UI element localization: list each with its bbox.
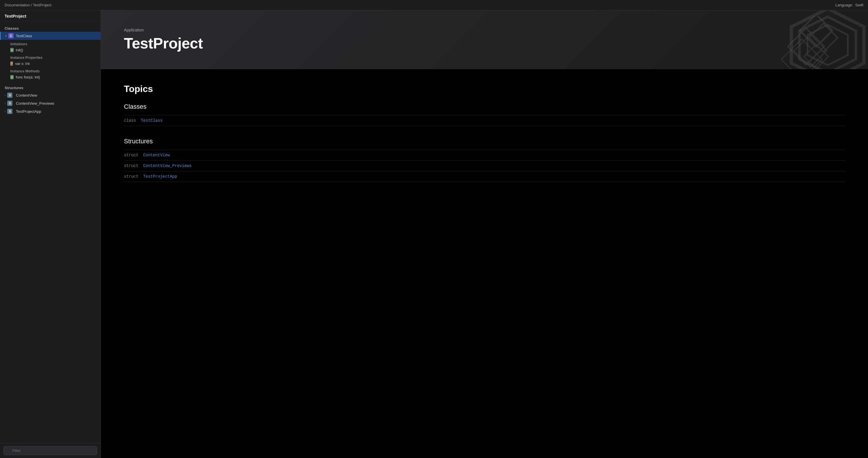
svg-rect-4 bbox=[781, 39, 822, 69]
svg-rect-2 bbox=[787, 28, 824, 65]
struct-testprojectapp-link[interactable]: TestProjectApp bbox=[143, 174, 177, 179]
sidebar: TestProject Classes ▾ C TestClass Initia… bbox=[0, 10, 101, 458]
sidebar-content: Classes ▾ C TestClass Initializers M ini… bbox=[0, 21, 100, 443]
sidebar-item-init[interactable]: M init() bbox=[0, 47, 100, 53]
filter-wrapper: ≡ bbox=[3, 446, 97, 455]
filter-input[interactable] bbox=[3, 446, 97, 455]
topic-section-structures: Structures struct ContentView struct Con… bbox=[124, 138, 845, 182]
hero-title: TestProject bbox=[124, 35, 845, 52]
top-bar: Documentation / TestProject Language: Sw… bbox=[0, 0, 868, 10]
var-x-badge: P bbox=[10, 61, 13, 66]
topics-heading: Topics bbox=[124, 84, 845, 94]
sidebar-item-testprojectapp[interactable]: › S TestProjectApp bbox=[0, 107, 100, 115]
svg-rect-1 bbox=[809, 24, 838, 52]
sidebar-classes-section: Classes bbox=[0, 23, 100, 32]
chevron-right-icon-contentview: › bbox=[5, 94, 5, 97]
chevron-right-icon-contentview-previews: › bbox=[5, 102, 5, 105]
hero-subtitle: Application bbox=[124, 28, 845, 32]
svg-rect-5 bbox=[804, 45, 829, 69]
struct-testprojectapp-prefix: struct bbox=[124, 174, 138, 179]
sidebar-structures-section: Structures bbox=[0, 83, 100, 91]
struct-contentview-link[interactable]: ContentView bbox=[143, 153, 170, 158]
svg-rect-0 bbox=[800, 16, 832, 47]
contentview-previews-badge: S bbox=[7, 101, 12, 106]
sidebar-instance-methods-section: Instance Methods bbox=[0, 67, 100, 74]
topic-classes-heading: Classes bbox=[124, 103, 845, 111]
content-body: Topics Classes class TestClass Structure… bbox=[101, 69, 868, 208]
init-badge: M bbox=[10, 48, 13, 52]
testprojectapp-badge: S bbox=[7, 109, 12, 114]
topic-section-classes: Classes class TestClass bbox=[124, 103, 845, 126]
main-layout: TestProject Classes ▾ C TestClass Initia… bbox=[0, 10, 868, 458]
sidebar-title: TestProject bbox=[0, 10, 100, 21]
breadcrumb: Documentation / TestProject bbox=[5, 3, 51, 7]
testprojectapp-label: TestProjectApp bbox=[16, 109, 41, 114]
main-content: Application TestProject Topics Classes c… bbox=[101, 10, 868, 458]
class-testclass-link[interactable]: TestClass bbox=[141, 118, 162, 123]
chevron-down-icon: ▾ bbox=[5, 34, 7, 37]
testclass-badge: C bbox=[8, 33, 13, 38]
struct-contentview-previews-link[interactable]: ContentView_Previews bbox=[143, 164, 192, 168]
sidebar-item-func-foo[interactable]: M func foo(a: Int) bbox=[0, 74, 100, 81]
language-selector: Language: Swift bbox=[835, 3, 863, 7]
sidebar-initializers-section: Initializers bbox=[0, 40, 100, 47]
topic-item-testprojectapp: struct TestProjectApp bbox=[124, 171, 845, 182]
contentview-badge: S bbox=[7, 93, 12, 98]
hero-decoration bbox=[776, 16, 851, 69]
func-foo-badge: M bbox=[10, 75, 13, 79]
topic-item-contentview: struct ContentView bbox=[124, 150, 845, 160]
struct-contentview-previews-prefix: struct bbox=[124, 164, 138, 168]
init-label: init() bbox=[16, 48, 23, 52]
svg-rect-3 bbox=[794, 34, 827, 67]
var-x-label: var x: Int bbox=[15, 61, 30, 66]
topic-item-testclass: class TestClass bbox=[124, 115, 845, 126]
contentview-label: ContentView bbox=[16, 93, 37, 97]
sidebar-item-contentview[interactable]: › S ContentView bbox=[0, 91, 100, 99]
class-testclass-prefix: class bbox=[124, 118, 136, 123]
sidebar-item-contentview-previews[interactable]: › S ContentView_Previews bbox=[0, 99, 100, 107]
topic-structures-heading: Structures bbox=[124, 138, 845, 145]
struct-contentview-prefix: struct bbox=[124, 153, 138, 158]
sidebar-instance-properties-section: Instance Properties bbox=[0, 53, 100, 60]
chevron-right-icon-testprojectapp: › bbox=[5, 110, 5, 113]
content-hero: Application TestProject bbox=[101, 10, 868, 69]
sidebar-item-testclass[interactable]: ▾ C TestClass bbox=[0, 32, 100, 40]
testclass-label: TestClass bbox=[16, 34, 32, 38]
sidebar-filter: ≡ bbox=[0, 443, 100, 458]
sidebar-item-var-x[interactable]: P var x: Int bbox=[0, 60, 100, 67]
func-foo-label: func foo(a: Int) bbox=[16, 75, 40, 79]
contentview-previews-label: ContentView_Previews bbox=[16, 101, 54, 106]
topic-item-contentview-previews: struct ContentView_Previews bbox=[124, 160, 845, 171]
